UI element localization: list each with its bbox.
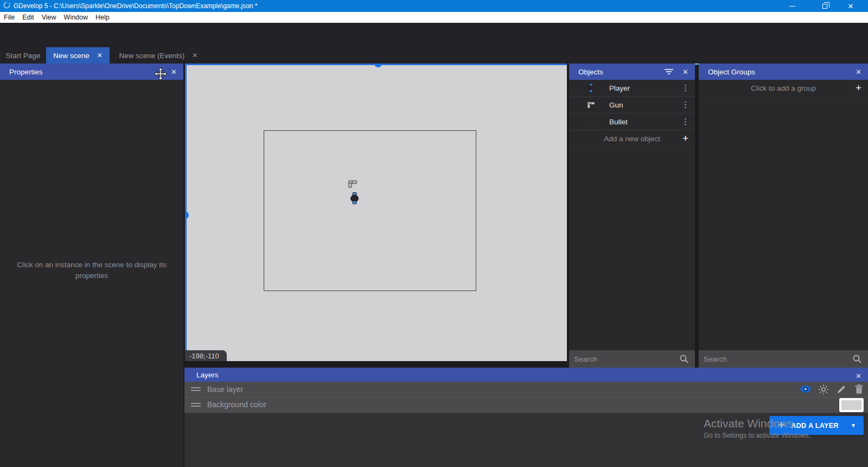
player-instance[interactable] [350,192,359,206]
close-panel-icon[interactable]: ✕ [856,64,861,80]
add-group-plus-icon[interactable]: + [856,82,861,94]
gun-thumbnail-icon [581,101,601,109]
tab-start-page[interactable]: Start Page [0,47,46,64]
properties-empty-message: Click on an instance in the scene to dis… [10,260,173,281]
tab-new-scene[interactable]: New scene ✕ [46,47,110,64]
layers-footer-area [184,413,868,467]
drag-handle-icon[interactable] [191,386,201,393]
menu-edit[interactable]: Edit [22,14,40,21]
add-group-row[interactable]: Click to add a group + [699,80,868,97]
properties-title: Properties [9,68,43,76]
object-name: Bullet [609,118,628,126]
add-layer-dropdown-icon[interactable]: ▼ [851,422,856,428]
objects-search-bar [569,350,695,368]
vertical-scroll-thumb[interactable] [185,211,189,219]
add-new-object-label: Add a new object [604,135,660,143]
edit-layer-pencil-icon[interactable] [832,384,850,394]
objects-empty-area [569,147,695,350]
gun-instance[interactable] [348,180,358,191]
close-panel-icon[interactable]: ✕ [682,64,688,80]
move-cursor [154,67,168,83]
object-row-player[interactable]: Player ⋮ [569,80,695,97]
layers-panel: Layers ✕ Base layer [184,368,868,467]
objects-title: Objects [578,68,603,76]
menu-file[interactable]: File [4,14,20,21]
cursor-coordinates: -198;-110 [185,350,227,361]
tab-new-scene-events[interactable]: New scene (Events) ✕ [110,47,207,64]
object-menu-icon[interactable]: ⋮ [681,83,690,93]
close-window-button[interactable]: ✕ [840,0,861,12]
add-object-plus-icon[interactable]: + [682,132,688,144]
object-groups-panel: Object Groups ✕ Click to add a group + [699,64,868,368]
search-icon [853,355,861,365]
layer-effects-icon[interactable] [814,384,832,395]
add-layer-plus-icon: + [778,419,784,432]
object-name: Player [609,84,630,92]
close-panel-icon[interactable]: ✕ [171,64,177,80]
menu-view[interactable]: View [42,14,62,21]
menu-bar: File Edit View Window Help [0,12,868,23]
layers-header: Layers ✕ [184,368,868,382]
close-tab-icon[interactable]: ✕ [97,52,103,59]
add-new-object-row[interactable]: Add a new object + [569,130,695,147]
objects-search-input[interactable] [569,355,670,363]
gdevelop-logo-icon [3,2,10,10]
layer-row-background[interactable]: Background color [184,397,868,413]
visibility-eye-icon[interactable] [796,385,814,393]
toolbar: 1:1 [0,23,868,47]
gdevelop-window: GDevelop 5 - C:\Users\Sparkle\OneDrive\D… [0,0,868,467]
groups-empty-area [699,97,868,350]
minimize-button[interactable] [781,0,803,12]
drag-handle-icon[interactable] [191,401,201,408]
menu-help[interactable]: Help [95,14,115,21]
filter-icon[interactable] [665,68,673,77]
menu-window[interactable]: Window [64,14,93,21]
delete-layer-trash-icon[interactable] [850,384,868,394]
objects-panel: Objects ✕ Player ⋮ Gun ⋮ Bullet ⋮ [569,64,695,368]
window-title: GDevelop 5 - C:\Users\Sparkle\OneDrive\D… [14,2,258,10]
object-menu-icon[interactable]: ⋮ [681,117,690,127]
game-window-bounds [264,130,476,291]
groups-search-input[interactable] [699,355,834,363]
object-row-gun[interactable]: Gun ⋮ [569,97,695,113]
properties-panel: Properties ✕ Click on an instance in the… [0,64,183,467]
object-menu-icon[interactable]: ⋮ [681,100,690,110]
add-layer-button[interactable]: + ADD A LAYER ▼ [769,416,864,435]
restore-button[interactable] [814,0,835,12]
close-tab-icon[interactable]: ✕ [192,52,197,59]
layer-name: Background color [207,400,266,409]
background-color-swatch[interactable] [839,398,864,412]
editor-tabs: Start Page New scene ✕ New scene (Events… [0,47,868,64]
object-name: Gun [609,101,623,109]
object-groups-header: Object Groups ✕ [699,64,868,80]
player-thumbnail-icon [581,84,601,92]
layer-name: Base layer [207,385,243,394]
horizontal-scroll-thumb[interactable] [374,64,382,67]
add-group-label: Click to add a group [751,84,816,92]
object-row-bullet[interactable]: Bullet ⋮ [569,113,695,130]
object-groups-title: Object Groups [708,68,755,76]
layer-row-base[interactable]: Base layer [184,382,868,397]
add-layer-label: ADD A LAYER [791,422,839,430]
objects-header: Objects ✕ [569,64,695,80]
title-bar: GDevelop 5 - C:\Users\Sparkle\OneDrive\D… [0,0,868,12]
scene-canvas[interactable]: -198;-110 [185,64,567,361]
search-icon [680,355,688,365]
groups-search-bar [699,350,868,368]
bullet-thumbnail-icon [581,121,601,123]
layers-title: Layers [196,371,219,379]
